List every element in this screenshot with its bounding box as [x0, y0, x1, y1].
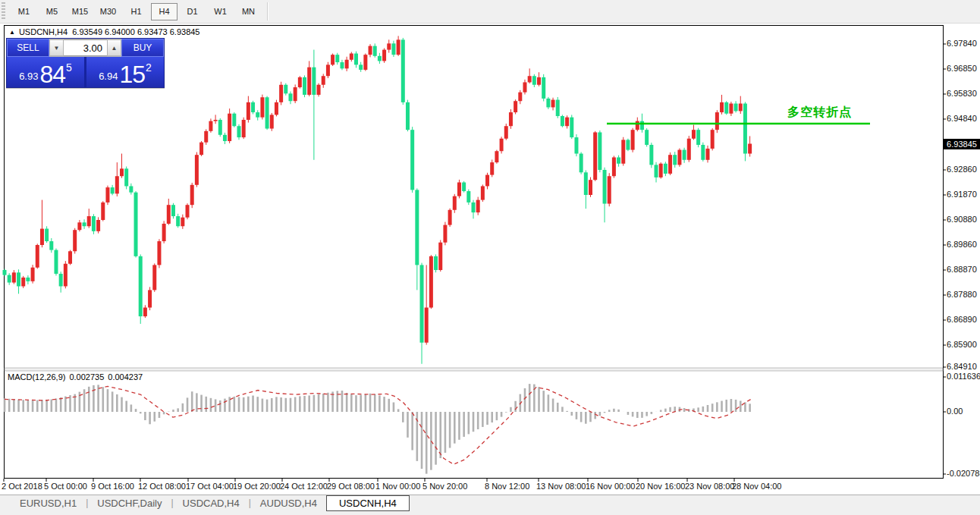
volume-input[interactable]: 3.00	[64, 39, 107, 56]
sell-quote-button[interactable]: 6.93 84 5	[7, 57, 84, 87]
candle-up	[481, 186, 485, 199]
candle-down	[724, 102, 728, 114]
candle-up	[589, 180, 592, 195]
time-axis-label: 9 Oct 16:00	[91, 482, 134, 491]
candle-up	[294, 87, 297, 101]
chart-tab-audusd-h4[interactable]: AUDUSD,H4	[251, 496, 326, 510]
candle-up	[31, 268, 35, 281]
candle-down	[26, 278, 30, 281]
chart-tab-usdchf-daily[interactable]: USDCHF,Daily	[88, 496, 171, 510]
chart-symbol-timeframe: USDCNH,H4	[19, 27, 68, 36]
candle-up	[397, 39, 400, 55]
candle-down	[391, 43, 395, 55]
trade-panel-collapse-icon[interactable]: ▲	[9, 29, 15, 36]
price-axis-label: 6.92860	[947, 165, 980, 174]
candle-up	[518, 93, 522, 102]
candle-up	[608, 176, 611, 203]
candle-up	[715, 112, 719, 130]
price-axis-label: 6.90880	[947, 215, 980, 224]
candle-up	[195, 155, 199, 185]
time-axis-label: 5 Oct 00:00	[44, 482, 87, 491]
ohlc-low: 6.93473	[137, 27, 168, 36]
candle-up	[260, 97, 264, 117]
timeframe-button-m5[interactable]: M5	[39, 3, 65, 20]
candle-up	[96, 220, 100, 231]
candle-down	[83, 222, 86, 226]
toolbar-grip-handle[interactable]	[2, 2, 5, 20]
candle-down	[655, 165, 658, 177]
candle-down	[139, 256, 143, 316]
timeframe-toolbar: M1M5M15M30H1H4D1W1MN	[0, 0, 980, 24]
candle-down	[701, 145, 705, 160]
candle-up	[120, 168, 124, 176]
volume-increase-icon[interactable]: ▲	[107, 39, 121, 56]
candle-down	[312, 68, 316, 95]
buy-quote-button[interactable]: 6.94 15 2	[86, 57, 164, 87]
chart-tab-usdcad-h4[interactable]: USDCAD,H4	[174, 496, 249, 510]
buy-price-pips: 15	[119, 63, 145, 86]
timeframe-button-m30[interactable]: M30	[95, 3, 121, 20]
candle-up	[322, 76, 325, 85]
candle-up	[720, 102, 724, 112]
chart-tab-eurusd-h1[interactable]: EURUSD,H1	[11, 496, 86, 510]
candle-down	[603, 170, 607, 204]
timeframe-button-mn[interactable]: MN	[235, 3, 262, 20]
candle-up	[105, 187, 109, 203]
candle-up	[209, 121, 212, 131]
one-click-trade-panel: SELL ▼ 3.00 ▲ BUY 6.93 84 5 6.94 15 2	[6, 38, 165, 88]
price-axis-label: 6.87880	[947, 290, 980, 299]
timeframe-button-m15[interactable]: M15	[67, 3, 93, 20]
candle-down	[237, 126, 241, 137]
candle-down	[335, 55, 339, 62]
candle-down	[598, 132, 602, 170]
candle-down	[340, 62, 344, 68]
candle-up	[612, 157, 616, 176]
candle-up	[64, 264, 68, 287]
candle-down	[472, 203, 476, 212]
sell-price-fraction: 5	[66, 61, 72, 74]
candle-up	[307, 68, 311, 95]
candle-up	[279, 85, 283, 102]
candle-down	[171, 205, 175, 216]
candle-down	[54, 250, 58, 274]
mt4-terminal: { "toolbar": { "timeframes": ["M1","M5",…	[0, 0, 980, 515]
timeframe-button-h4[interactable]: H4	[151, 3, 177, 20]
candle-down	[743, 104, 747, 154]
candle-down	[45, 229, 49, 242]
candle-up	[181, 218, 184, 227]
candle-up	[429, 256, 433, 308]
timeframe-button-d1[interactable]: D1	[179, 3, 206, 20]
candle-up	[331, 55, 335, 64]
price-axis-label: 6.88870	[947, 265, 980, 274]
buy-price-fraction: 2	[146, 61, 152, 74]
macd-main-value: 0.002735	[69, 372, 104, 382]
chart-frame	[5, 26, 944, 479]
price-axis-label: 6.96850	[947, 64, 980, 73]
candle-down	[284, 85, 287, 94]
candle-up	[242, 120, 246, 137]
sell-price-pips: 84	[39, 63, 65, 86]
candle-up	[350, 54, 353, 60]
candle-up	[631, 130, 635, 149]
candle-up	[167, 205, 171, 224]
candle-down	[462, 182, 466, 191]
buy-button[interactable]: BUY	[121, 39, 164, 57]
candle-up	[115, 176, 119, 193]
volume-stepper: ▼ 3.00 ▲	[49, 39, 121, 57]
candle-up	[143, 308, 147, 317]
pane-separator[interactable]	[5, 368, 943, 371]
candle-up	[363, 55, 367, 70]
timeframe-button-h1[interactable]: H1	[123, 3, 149, 20]
candle-down	[59, 274, 63, 287]
candle-up	[317, 85, 321, 95]
timeframe-button-w1[interactable]: W1	[207, 3, 234, 20]
chart-tab-usdcnh-h4[interactable]: USDCNH,H4	[326, 495, 410, 511]
timeframe-button-m1[interactable]: M1	[11, 3, 37, 20]
candle-up	[677, 150, 681, 165]
candle-up	[228, 114, 231, 141]
volume-decrease-icon[interactable]: ▼	[49, 39, 64, 56]
candle-down	[92, 216, 96, 231]
candle-up	[270, 115, 274, 128]
sell-button[interactable]: SELL	[7, 39, 49, 57]
macd-axis-label: 0.00	[947, 407, 980, 416]
